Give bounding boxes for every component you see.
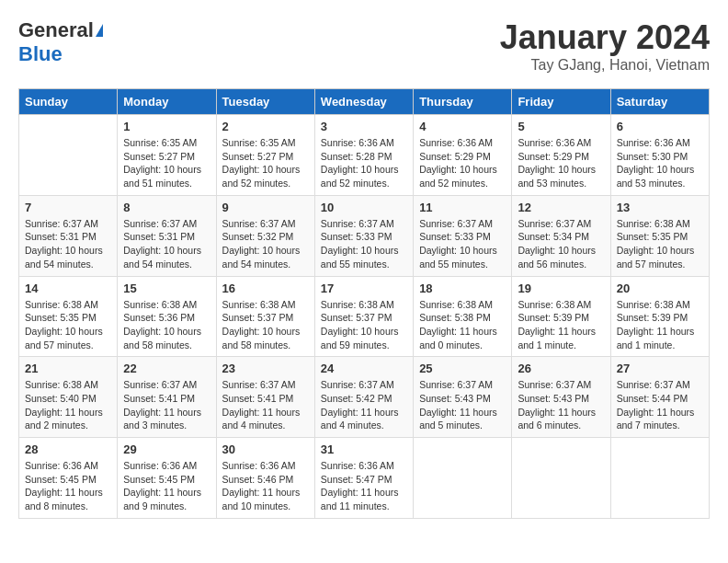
day-info: Sunrise: 6:37 AM Sunset: 5:41 PM Dayligh… bbox=[222, 378, 309, 432]
day-info: Sunrise: 6:36 AM Sunset: 5:46 PM Dayligh… bbox=[222, 459, 309, 513]
calendar-header-row: SundayMondayTuesdayWednesdayThursdayFrid… bbox=[19, 89, 710, 115]
header-sunday: Sunday bbox=[19, 89, 118, 115]
calendar-cell: 3Sunrise: 6:36 AM Sunset: 5:28 PM Daylig… bbox=[314, 115, 413, 196]
calendar-table: SundayMondayTuesdayWednesdayThursdayFrid… bbox=[18, 88, 710, 519]
calendar-cell: 19Sunrise: 6:38 AM Sunset: 5:39 PM Dayli… bbox=[512, 276, 610, 357]
calendar-cell: 5Sunrise: 6:36 AM Sunset: 5:29 PM Daylig… bbox=[512, 115, 610, 196]
day-info: Sunrise: 6:38 AM Sunset: 5:36 PM Dayligh… bbox=[123, 298, 210, 352]
logo-icon bbox=[96, 24, 103, 37]
day-number: 12 bbox=[518, 201, 604, 214]
calendar-cell: 28Sunrise: 6:36 AM Sunset: 5:45 PM Dayli… bbox=[19, 438, 118, 519]
calendar-cell: 9Sunrise: 6:37 AM Sunset: 5:32 PM Daylig… bbox=[216, 195, 314, 276]
calendar-cell: 1Sunrise: 6:35 AM Sunset: 5:27 PM Daylig… bbox=[118, 115, 216, 196]
day-number: 9 bbox=[222, 201, 309, 214]
calendar-cell: 11Sunrise: 6:37 AM Sunset: 5:33 PM Dayli… bbox=[414, 195, 512, 276]
calendar-cell: 4Sunrise: 6:36 AM Sunset: 5:29 PM Daylig… bbox=[414, 115, 512, 196]
day-number: 26 bbox=[518, 362, 604, 375]
month-title: January 2024 bbox=[500, 18, 710, 57]
calendar-cell: 15Sunrise: 6:38 AM Sunset: 5:36 PM Dayli… bbox=[118, 276, 216, 357]
day-info: Sunrise: 6:37 AM Sunset: 5:34 PM Dayligh… bbox=[518, 217, 604, 271]
day-number: 20 bbox=[617, 282, 703, 295]
day-info: Sunrise: 6:36 AM Sunset: 5:45 PM Dayligh… bbox=[123, 459, 210, 513]
day-number: 2 bbox=[222, 120, 309, 133]
calendar-cell: 2Sunrise: 6:35 AM Sunset: 5:27 PM Daylig… bbox=[216, 115, 314, 196]
day-number: 30 bbox=[222, 442, 309, 456]
calendar-cell: 31Sunrise: 6:36 AM Sunset: 5:47 PM Dayli… bbox=[314, 438, 413, 519]
header-friday: Friday bbox=[512, 89, 610, 115]
day-info: Sunrise: 6:37 AM Sunset: 5:31 PM Dayligh… bbox=[123, 217, 210, 271]
day-info: Sunrise: 6:37 AM Sunset: 5:31 PM Dayligh… bbox=[25, 217, 111, 271]
day-info: Sunrise: 6:38 AM Sunset: 5:35 PM Dayligh… bbox=[617, 217, 703, 271]
week-row-3: 21Sunrise: 6:38 AM Sunset: 5:40 PM Dayli… bbox=[19, 357, 710, 438]
day-info: Sunrise: 6:38 AM Sunset: 5:35 PM Dayligh… bbox=[25, 298, 111, 352]
day-info: Sunrise: 6:38 AM Sunset: 5:37 PM Dayligh… bbox=[222, 298, 309, 352]
calendar-cell: 18Sunrise: 6:38 AM Sunset: 5:38 PM Dayli… bbox=[414, 276, 512, 357]
calendar-cell: 26Sunrise: 6:37 AM Sunset: 5:43 PM Dayli… bbox=[512, 357, 610, 438]
calendar-cell bbox=[19, 115, 118, 196]
calendar-cell bbox=[414, 438, 512, 519]
day-number: 1 bbox=[123, 120, 210, 133]
day-number: 3 bbox=[321, 120, 407, 133]
day-number: 21 bbox=[25, 362, 111, 375]
logo-blue-text: Blue bbox=[18, 42, 63, 66]
day-number: 16 bbox=[222, 282, 309, 295]
day-info: Sunrise: 6:38 AM Sunset: 5:39 PM Dayligh… bbox=[518, 298, 604, 352]
calendar-cell: 20Sunrise: 6:38 AM Sunset: 5:39 PM Dayli… bbox=[610, 276, 709, 357]
day-number: 17 bbox=[321, 282, 407, 295]
day-info: Sunrise: 6:36 AM Sunset: 5:45 PM Dayligh… bbox=[25, 459, 111, 513]
day-info: Sunrise: 6:38 AM Sunset: 5:38 PM Dayligh… bbox=[419, 298, 506, 352]
day-number: 18 bbox=[419, 282, 506, 295]
day-info: Sunrise: 6:37 AM Sunset: 5:42 PM Dayligh… bbox=[321, 378, 407, 432]
day-number: 10 bbox=[321, 201, 407, 214]
calendar-body: 1Sunrise: 6:35 AM Sunset: 5:27 PM Daylig… bbox=[19, 115, 710, 519]
day-info: Sunrise: 6:37 AM Sunset: 5:43 PM Dayligh… bbox=[518, 378, 604, 432]
day-info: Sunrise: 6:37 AM Sunset: 5:41 PM Dayligh… bbox=[123, 378, 210, 432]
day-number: 7 bbox=[25, 201, 111, 214]
day-number: 14 bbox=[25, 282, 111, 295]
calendar-cell: 22Sunrise: 6:37 AM Sunset: 5:41 PM Dayli… bbox=[118, 357, 216, 438]
day-info: Sunrise: 6:36 AM Sunset: 5:29 PM Dayligh… bbox=[419, 136, 506, 190]
day-info: Sunrise: 6:36 AM Sunset: 5:30 PM Dayligh… bbox=[617, 136, 703, 190]
day-number: 8 bbox=[123, 201, 210, 214]
calendar-cell bbox=[610, 438, 709, 519]
calendar-cell: 23Sunrise: 6:37 AM Sunset: 5:41 PM Dayli… bbox=[216, 357, 314, 438]
day-info: Sunrise: 6:35 AM Sunset: 5:27 PM Dayligh… bbox=[123, 136, 210, 190]
calendar-cell: 8Sunrise: 6:37 AM Sunset: 5:31 PM Daylig… bbox=[118, 195, 216, 276]
day-number: 28 bbox=[25, 442, 111, 456]
day-number: 25 bbox=[419, 362, 506, 375]
week-row-1: 7Sunrise: 6:37 AM Sunset: 5:31 PM Daylig… bbox=[19, 195, 710, 276]
day-number: 22 bbox=[123, 362, 210, 375]
logo: General Blue bbox=[18, 18, 103, 66]
week-row-4: 28Sunrise: 6:36 AM Sunset: 5:45 PM Dayli… bbox=[19, 438, 710, 519]
header-thursday: Thursday bbox=[414, 89, 512, 115]
calendar-cell: 25Sunrise: 6:37 AM Sunset: 5:43 PM Dayli… bbox=[414, 357, 512, 438]
day-number: 13 bbox=[617, 201, 703, 214]
calendar-cell: 27Sunrise: 6:37 AM Sunset: 5:44 PM Dayli… bbox=[610, 357, 709, 438]
day-number: 15 bbox=[123, 282, 210, 295]
calendar-cell: 16Sunrise: 6:38 AM Sunset: 5:37 PM Dayli… bbox=[216, 276, 314, 357]
day-number: 27 bbox=[617, 362, 703, 375]
day-number: 19 bbox=[518, 282, 604, 295]
day-info: Sunrise: 6:37 AM Sunset: 5:33 PM Dayligh… bbox=[321, 217, 407, 271]
day-number: 6 bbox=[617, 120, 703, 133]
day-number: 24 bbox=[321, 362, 407, 375]
day-info: Sunrise: 6:36 AM Sunset: 5:47 PM Dayligh… bbox=[321, 459, 407, 513]
header-tuesday: Tuesday bbox=[216, 89, 314, 115]
day-number: 23 bbox=[222, 362, 309, 375]
calendar-cell: 21Sunrise: 6:38 AM Sunset: 5:40 PM Dayli… bbox=[19, 357, 118, 438]
week-row-0: 1Sunrise: 6:35 AM Sunset: 5:27 PM Daylig… bbox=[19, 115, 710, 196]
calendar-cell bbox=[512, 438, 610, 519]
header-monday: Monday bbox=[118, 89, 216, 115]
day-number: 29 bbox=[123, 442, 210, 456]
title-block: January 2024 Tay GJang, Hanoi, Vietnam bbox=[500, 18, 710, 74]
week-row-2: 14Sunrise: 6:38 AM Sunset: 5:35 PM Dayli… bbox=[19, 276, 710, 357]
header-wednesday: Wednesday bbox=[314, 89, 413, 115]
day-info: Sunrise: 6:37 AM Sunset: 5:44 PM Dayligh… bbox=[617, 378, 703, 432]
calendar-cell: 14Sunrise: 6:38 AM Sunset: 5:35 PM Dayli… bbox=[19, 276, 118, 357]
day-info: Sunrise: 6:38 AM Sunset: 5:40 PM Dayligh… bbox=[25, 378, 111, 432]
day-info: Sunrise: 6:38 AM Sunset: 5:39 PM Dayligh… bbox=[617, 298, 703, 352]
day-info: Sunrise: 6:37 AM Sunset: 5:43 PM Dayligh… bbox=[419, 378, 506, 432]
day-info: Sunrise: 6:36 AM Sunset: 5:28 PM Dayligh… bbox=[321, 136, 407, 190]
day-info: Sunrise: 6:37 AM Sunset: 5:32 PM Dayligh… bbox=[222, 217, 309, 271]
calendar-cell: 13Sunrise: 6:38 AM Sunset: 5:35 PM Dayli… bbox=[610, 195, 709, 276]
